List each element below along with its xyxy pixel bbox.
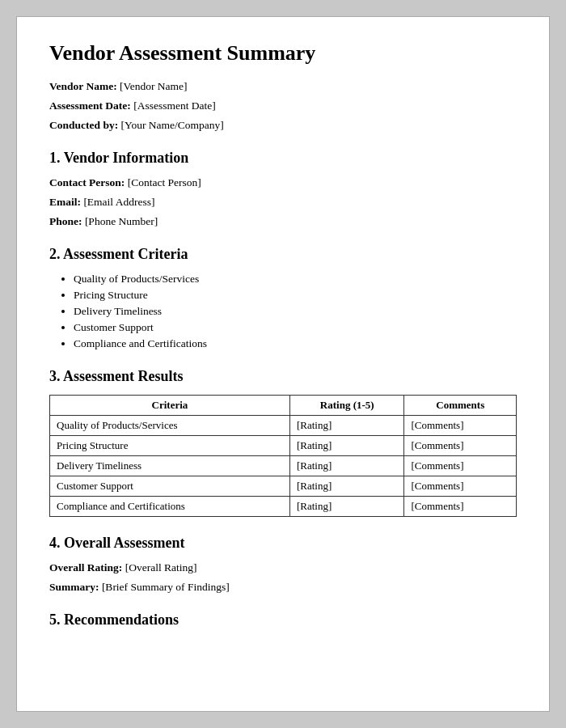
email-label: Email: — [49, 196, 81, 208]
phone-line: Phone: [Phone Number] — [49, 215, 517, 228]
list-item: Pricing Structure — [74, 289, 517, 302]
phone-label: Phone: — [49, 215, 82, 227]
cell-comments: [Comments] — [404, 456, 517, 476]
cell-rating: [Rating] — [289, 436, 404, 456]
cell-rating: [Rating] — [289, 497, 404, 517]
cell-comments: [Comments] — [404, 476, 517, 497]
table-row: Pricing Structure [Rating] [Comments] — [50, 436, 517, 456]
cell-criteria: Delivery Timeliness — [50, 456, 290, 476]
assessment-date-line: Assessment Date: [Assessment Date] — [49, 99, 517, 112]
conducted-by-label: Conducted by: — [49, 119, 118, 131]
summary-line: Summary: [Brief Summary of Findings] — [49, 581, 517, 594]
table-row: Customer Support [Rating] [Comments] — [50, 476, 517, 497]
list-item: Quality of Products/Services — [74, 273, 517, 286]
cell-criteria: Quality of Products/Services — [50, 416, 290, 436]
col-header-comments: Comments — [404, 396, 517, 416]
col-header-criteria: Criteria — [50, 396, 290, 416]
list-item: Customer Support — [74, 321, 517, 334]
document-title: Vendor Assessment Summary — [49, 41, 517, 66]
cell-rating: [Rating] — [289, 416, 404, 436]
table-row: Compliance and Certifications [Rating] [… — [50, 497, 517, 517]
vendor-info-heading: 1. Vendor Information — [49, 150, 517, 167]
assessment-date-label: Assessment Date: — [49, 99, 131, 112]
assessment-date-value: [Assessment Date] — [133, 99, 216, 112]
contact-person-line: Contact Person: [Contact Person] — [49, 176, 517, 189]
contact-person-value: [Contact Person] — [128, 176, 201, 188]
results-table: Criteria Rating (1-5) Comments Quality o… — [49, 395, 517, 517]
table-row: Quality of Products/Services [Rating] [C… — [50, 416, 517, 436]
assessment-criteria-heading: 2. Assessment Criteria — [49, 246, 517, 263]
cell-comments: [Comments] — [404, 436, 517, 456]
cell-comments: [Comments] — [404, 497, 517, 517]
overall-rating-label: Overall Rating: — [49, 561, 122, 574]
cell-criteria: Compliance and Certifications — [50, 497, 290, 517]
cell-rating: [Rating] — [289, 456, 404, 476]
cell-rating: [Rating] — [289, 476, 404, 497]
col-header-rating: Rating (1-5) — [289, 396, 404, 416]
email-value: [Email Address] — [83, 196, 154, 208]
list-item: Delivery Timeliness — [74, 305, 517, 318]
conducted-by-value: [Your Name/Company] — [121, 119, 224, 131]
email-line: Email: [Email Address] — [49, 196, 517, 209]
contact-person-label: Contact Person: — [49, 176, 125, 188]
vendor-name-value: [Vendor Name] — [120, 80, 188, 92]
table-header-row: Criteria Rating (1-5) Comments — [50, 396, 517, 416]
list-item: Compliance and Certifications — [74, 337, 517, 350]
table-row: Delivery Timeliness [Rating] [Comments] — [50, 456, 517, 476]
vendor-name-label: Vendor Name: — [49, 80, 117, 92]
overall-assessment-heading: 4. Overall Assessment — [49, 535, 517, 552]
cell-criteria: Pricing Structure — [50, 436, 290, 456]
document-page: Vendor Assessment Summary Vendor Name: [… — [16, 16, 550, 712]
summary-label: Summary: — [49, 581, 99, 593]
summary-value: [Brief Summary of Findings] — [102, 581, 230, 593]
cell-comments: [Comments] — [404, 416, 517, 436]
overall-rating-line: Overall Rating: [Overall Rating] — [49, 561, 517, 574]
overall-rating-value: [Overall Rating] — [125, 561, 197, 574]
vendor-name-line: Vendor Name: [Vendor Name] — [49, 80, 517, 93]
assessment-results-heading: 3. Assessment Results — [49, 368, 517, 385]
conducted-by-line: Conducted by: [Your Name/Company] — [49, 119, 517, 132]
recommendations-heading: 5. Recommendations — [49, 612, 517, 629]
cell-criteria: Customer Support — [50, 476, 290, 497]
phone-value: [Phone Number] — [85, 215, 158, 227]
criteria-list: Quality of Products/Services Pricing Str… — [74, 273, 517, 350]
